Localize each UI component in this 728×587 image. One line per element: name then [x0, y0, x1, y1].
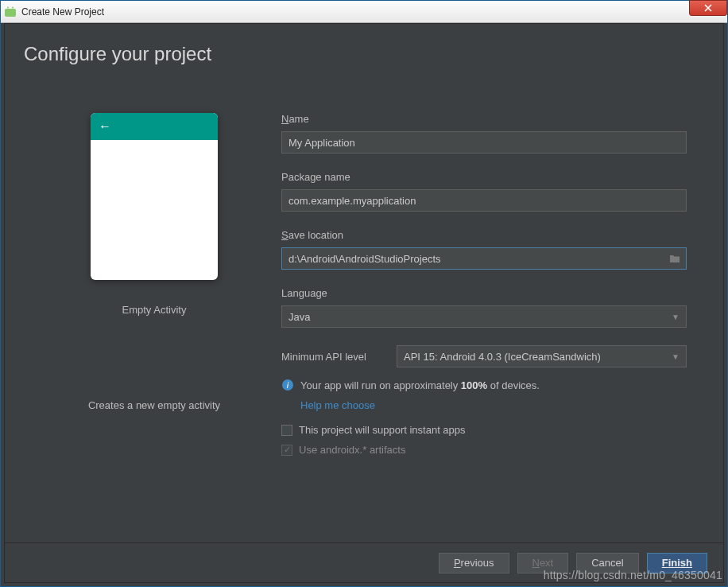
- finish-button[interactable]: Finish: [647, 553, 707, 573]
- info-text: Your app will run on approximately 100% …: [300, 379, 540, 391]
- language-value: Java: [288, 311, 310, 323]
- name-label: Name: [281, 113, 701, 125]
- svg-point-2: [12, 6, 14, 8]
- androidx-checkbox: [281, 445, 292, 456]
- chevron-down-icon: ▼: [672, 352, 680, 361]
- help-me-choose-link[interactable]: Help me choose: [300, 399, 375, 411]
- api-level-value: API 15: Android 4.0.3 (IceCreamSandwich): [404, 351, 601, 363]
- back-arrow-icon: ←: [99, 120, 111, 133]
- api-level-select[interactable]: API 15: Android 4.0.3 (IceCreamSandwich)…: [397, 345, 687, 367]
- instant-apps-label: This project will support instant apps: [299, 424, 466, 436]
- package-label: Package name: [281, 171, 701, 183]
- app-icon: [4, 6, 17, 18]
- titlebar: Create New Project: [1, 1, 727, 23]
- package-input[interactable]: [281, 189, 687, 212]
- svg-rect-0: [5, 9, 16, 17]
- location-input[interactable]: [281, 247, 687, 270]
- chevron-down-icon: ▼: [672, 313, 680, 321]
- svg-point-1: [7, 6, 9, 8]
- language-select[interactable]: Java ▼: [281, 305, 687, 328]
- page-title: Configure your project: [5, 24, 723, 81]
- browse-folder-icon[interactable]: [669, 254, 680, 263]
- footer: Previous Next Cancel Finish: [5, 542, 723, 582]
- info-icon: i: [281, 379, 294, 391]
- name-input[interactable]: [281, 131, 687, 154]
- cancel-button[interactable]: Cancel: [576, 553, 638, 573]
- template-preview: ←: [91, 113, 218, 280]
- language-label: Language: [281, 287, 701, 299]
- window-title: Create New Project: [21, 6, 104, 17]
- androidx-label: Use androidx.* artifacts: [299, 444, 405, 456]
- template-name: Empty Activity: [122, 304, 187, 316]
- location-label: Save location: [281, 229, 701, 241]
- close-button[interactable]: [689, 0, 727, 16]
- next-button: Next: [517, 553, 569, 573]
- instant-apps-checkbox[interactable]: [281, 425, 292, 436]
- template-description: Creates a new empty activity: [88, 399, 220, 411]
- previous-button[interactable]: Previous: [439, 553, 509, 573]
- api-label: Minimum API level: [281, 351, 397, 363]
